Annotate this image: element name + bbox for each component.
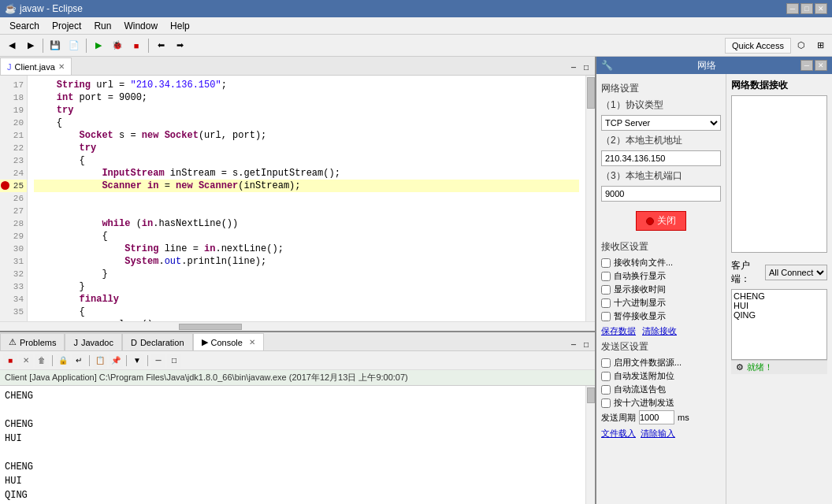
cb-pause-label: 暂停接收显示 [614, 310, 666, 322]
console-scrollbar[interactable] [585, 386, 595, 504]
minimize-editor-btn[interactable]: ─ [568, 62, 579, 73]
menu-search[interactable]: Search [3, 19, 46, 33]
console-sep-2 [89, 355, 90, 366]
line-num-36: 36 [0, 318, 27, 321]
tab-console[interactable]: ▶ Console ✕ [193, 333, 264, 350]
toolbar-prev-edit-btn[interactable]: ⬅ [152, 37, 169, 54]
cb-hex-send[interactable] [601, 398, 611, 408]
console-line-2 [5, 403, 581, 417]
code-line-20: { [34, 117, 62, 128]
clear-receive-link[interactable]: 清除接收 [642, 325, 677, 337]
console-menu-btn[interactable]: ▼ [130, 354, 144, 368]
word-wrap-btn[interactable]: ↵ [72, 354, 86, 368]
quick-access[interactable]: Quick Access [725, 38, 791, 54]
tab-close-btn[interactable]: ✕ [58, 62, 65, 71]
toolbar-perspective-btn[interactable]: ⬡ [793, 37, 810, 54]
connection-close-btn[interactable]: 关闭 [636, 211, 686, 231]
console-toolbar: ■ ✕ 🗑 🔒 ↵ 📋 📌 ▼ ─ □ [0, 351, 595, 370]
cb-pause[interactable] [601, 312, 611, 321]
client-data-1: CHENG [734, 291, 825, 301]
scrollbar-thumb[interactable] [587, 77, 595, 109]
cb-time[interactable] [601, 285, 611, 295]
bottom-maximize-btn[interactable]: □ [581, 339, 592, 350]
scroll-lock-btn[interactable]: 🔒 [56, 354, 70, 368]
console-close[interactable]: ✕ [249, 338, 255, 346]
save-data-link[interactable]: 保存数据 [601, 325, 636, 337]
line-num-19: 19 [0, 104, 27, 117]
protocol-select[interactable]: TCP Server TCP Client UDP [601, 115, 721, 131]
right-close-btn[interactable]: ✕ [815, 60, 827, 71]
toolbar-view-btn[interactable]: ⊞ [812, 37, 829, 54]
console-line-6: CHENG [5, 460, 581, 474]
console-sep-3 [126, 355, 127, 366]
toolbar-back-btn[interactable]: ◀ [3, 37, 20, 54]
toolbar-run-btn[interactable]: ▶ [90, 37, 107, 54]
cb-hex[interactable] [601, 298, 611, 308]
open-console-btn[interactable]: 📋 [93, 354, 107, 368]
checkbox-pause: 暂停接收显示 [601, 310, 721, 322]
cb-file[interactable] [601, 258, 611, 268]
period-input[interactable] [639, 410, 674, 424]
tab-javadoc-label: Javadoc [81, 338, 113, 347]
remove-launch-btn[interactable]: ✕ [19, 354, 33, 368]
received-data-box[interactable] [731, 95, 827, 253]
tab-problems[interactable]: ⚠ Problems [0, 333, 65, 350]
h-scrollbar-thumb[interactable] [179, 324, 242, 330]
menu-window[interactable]: Window [117, 19, 164, 33]
cb-auto-send[interactable] [601, 385, 611, 395]
toolbar-stop-btn[interactable]: ■ [128, 37, 145, 54]
console-min-btn[interactable]: ─ [151, 354, 165, 368]
port-input-row [601, 186, 721, 202]
line-num-28: 28 [0, 217, 27, 230]
app-icon: ☕ [5, 3, 17, 14]
title-bar-controls[interactable]: ─ □ ✕ [786, 3, 827, 14]
code-line-31: } [34, 269, 108, 280]
client-received-box[interactable]: CHENG HUI QING [731, 289, 827, 360]
connect-dropdown[interactable]: All Connect [765, 265, 827, 280]
bottom-minimize-btn[interactable]: ─ [568, 339, 579, 350]
close-button[interactable]: ✕ [815, 3, 827, 14]
console-scrollbar-thumb[interactable] [587, 387, 595, 403]
horizontal-scrollbar[interactable] [0, 321, 595, 331]
code-line-35: s.close(); [34, 319, 158, 321]
toolbar-new-btn[interactable]: 📄 [65, 37, 83, 54]
clear-input-btn[interactable]: 清除输入 [641, 428, 675, 439]
code-line-32: } [34, 281, 85, 292]
terminate-btn[interactable]: ■ [3, 354, 17, 368]
menu-run[interactable]: Run [87, 19, 117, 33]
port-input[interactable] [601, 186, 721, 202]
maximize-editor-btn[interactable]: □ [581, 62, 592, 73]
cb-file-src[interactable] [601, 358, 611, 368]
toolbar-debug-btn[interactable]: 🐞 [109, 37, 126, 54]
received-data-area [731, 95, 827, 253]
client-section: 客户端： All Connect CHENG HUI QING [731, 259, 827, 360]
clear-console-btn[interactable]: 🗑 [35, 354, 49, 368]
maximize-button[interactable]: □ [800, 3, 813, 14]
cb-auto-add[interactable] [601, 372, 611, 381]
pin-console-btn[interactable]: 📌 [109, 354, 123, 368]
cb-wrap[interactable] [601, 272, 611, 281]
menu-help[interactable]: Help [164, 19, 196, 33]
tab-declaration[interactable]: D Declaration [122, 333, 193, 350]
code-scrollbar[interactable] [585, 76, 595, 321]
tab-javadoc[interactable]: J Javadoc [65, 333, 121, 350]
menu-project[interactable]: Project [46, 19, 87, 33]
right-title-bar: 🔧 网络 ─ ✕ [596, 57, 832, 74]
protocol-select-row[interactable]: TCP Server TCP Client UDP [601, 115, 721, 131]
editor-tab-client-java[interactable]: J Client.java ✕ [0, 57, 72, 75]
toolbar-next-edit-btn[interactable]: ➡ [171, 37, 188, 54]
load-file-btn[interactable]: 文件载入 [601, 428, 636, 439]
tab-controls: ─ □ [568, 62, 595, 75]
code-line-24: InputStream inStream = s.getInputStream(… [34, 168, 340, 179]
console-output[interactable]: CHENG CHENG HUI CHENG HUI QING [0, 386, 585, 504]
host-input[interactable] [601, 150, 721, 166]
toolbar: ◀ ▶ 💾 📄 ▶ 🐞 ■ ⬅ ➡ Quick Access ⬡ ⊞ [0, 35, 832, 57]
code-content[interactable]: String url = "210.34.136.150"; int port … [28, 76, 585, 321]
checkbox-auto-add: 自动发送附加位 [601, 370, 721, 382]
toolbar-save-btn[interactable]: 💾 [46, 37, 64, 54]
toolbar-fwd-btn[interactable]: ▶ [22, 37, 39, 54]
right-minimize-btn[interactable]: ─ [800, 60, 813, 71]
minimize-button[interactable]: ─ [786, 3, 799, 14]
protocol-section-title: （1）协议类型 [601, 98, 721, 112]
console-max-btn[interactable]: □ [167, 354, 181, 368]
